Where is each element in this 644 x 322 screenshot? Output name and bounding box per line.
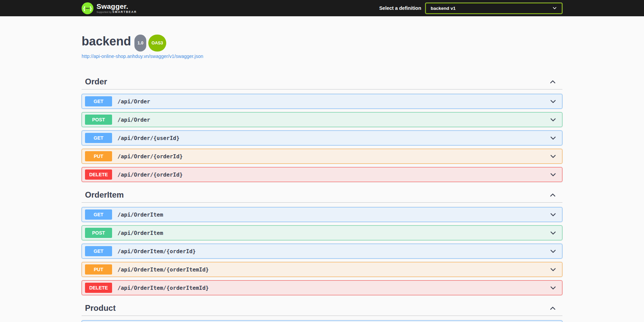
operations-list: GET /api/OrderItem POST /api/OrderItem G… — [82, 203, 562, 295]
collapse-section-button[interactable] — [549, 192, 556, 199]
tag-section-header[interactable]: Order — [82, 74, 562, 89]
method-badge: POST — [85, 115, 112, 125]
chevron-down-icon — [550, 229, 557, 237]
operation-row[interactable]: GET /api/Order/{userId} — [82, 130, 562, 145]
smartbear-text: SMARTBEAR — [112, 10, 137, 14]
operation-path: /api/OrderItem/{orderItemId} — [117, 266, 209, 273]
chevron-down-icon — [550, 153, 557, 160]
operation-path: /api/OrderItem — [117, 212, 163, 218]
collapse-section-button[interactable] — [549, 305, 556, 312]
chevron-down-icon — [550, 116, 557, 123]
definition-select[interactable]: backend v1 — [425, 3, 562, 14]
expand-operation-button[interactable] — [550, 116, 557, 123]
select-definition-label: Select a definition — [379, 5, 421, 11]
operation-row[interactable]: POST /api/Order — [82, 112, 562, 127]
chevron-down-icon — [550, 171, 557, 178]
expand-operation-button[interactable] — [550, 248, 557, 255]
method-badge: DELETE — [85, 283, 112, 293]
chevron-up-icon — [549, 192, 556, 199]
expand-operation-button[interactable] — [550, 284, 557, 291]
method-badge: POST — [85, 228, 112, 238]
logo-text: Swagger. Supported by SMARTBEAR — [96, 2, 137, 14]
chevron-down-icon — [552, 6, 557, 11]
tag-section-header[interactable]: OrderItem — [82, 187, 562, 203]
api-title: backend1.0OAS3 — [82, 34, 562, 51]
expand-operation-button[interactable] — [550, 211, 557, 218]
tag-section-header[interactable]: Product — [82, 301, 562, 316]
operation-row[interactable]: POST /api/OrderItem — [82, 225, 562, 240]
api-title-text: backend — [82, 34, 131, 48]
chevron-down-icon — [550, 266, 557, 273]
chevron-up-icon — [549, 78, 556, 85]
operation-path: /api/OrderItem/{orderId} — [117, 248, 196, 255]
tag-sections: Order GET /api/Order POST /api/Order GET… — [82, 74, 562, 322]
supported-by-text: Supported by — [96, 11, 112, 14]
selected-definition-value: backend v1 — [431, 6, 456, 11]
operation-path: /api/Order — [117, 117, 150, 123]
operations-list: GET /api/Order POST /api/Order GET /api/… — [82, 89, 562, 182]
operation-row[interactable]: GET /api/Order — [82, 94, 562, 109]
expand-operation-button[interactable] — [550, 153, 557, 160]
method-badge: GET — [85, 96, 112, 106]
operation-path: /api/OrderItem — [117, 230, 163, 236]
tag-title: Order — [85, 77, 107, 86]
chevron-down-icon — [550, 284, 557, 291]
method-badge: PUT — [85, 151, 112, 161]
version-badge: 1.0 — [134, 35, 146, 52]
tag-title: OrderItem — [85, 190, 124, 200]
swagger-logo-link[interactable]: {•••} Swagger. Supported by SMARTBEAR — [82, 2, 137, 14]
expand-operation-button[interactable] — [550, 135, 557, 142]
expand-operation-button[interactable] — [550, 229, 557, 237]
expand-operation-button[interactable] — [550, 266, 557, 273]
expand-operation-button[interactable] — [550, 171, 557, 178]
operation-row[interactable]: DELETE /api/Order/{orderId} — [82, 167, 562, 182]
main-content: backend1.0OAS3 http://api-online-shop.an… — [0, 16, 644, 322]
operation-path: /api/Order/{orderId} — [117, 153, 183, 160]
api-info: backend1.0OAS3 http://api-online-shop.an… — [82, 16, 562, 59]
topbar: {•••} Swagger. Supported by SMARTBEAR Se… — [0, 0, 644, 16]
tag-section: Product GET — [82, 301, 562, 322]
logo-subtitle: Supported by SMARTBEAR — [96, 11, 137, 14]
swagger-logo-icon: {•••} — [82, 2, 93, 14]
operation-row[interactable]: GET — [82, 320, 562, 322]
spec-url-link[interactable]: http://api-online-shop.anhduy.vn/swagger… — [82, 54, 203, 59]
tag-title: Product — [85, 303, 116, 313]
method-badge: GET — [85, 133, 112, 143]
operation-path: /api/Order/{userId} — [117, 135, 179, 141]
expand-operation-button[interactable] — [550, 98, 557, 105]
oas3-badge: OAS3 — [148, 35, 166, 52]
chevron-down-icon — [550, 248, 557, 255]
method-badge: GET — [85, 209, 112, 220]
operation-path: /api/Order/{orderId} — [117, 172, 183, 178]
method-badge: GET — [85, 246, 112, 256]
swagger-ui-page: {•••} Swagger. Supported by SMARTBEAR Se… — [0, 0, 644, 322]
operation-row[interactable]: DELETE /api/OrderItem/{orderItemId} — [82, 280, 562, 295]
tag-section: Order GET /api/Order POST /api/Order GET… — [82, 74, 562, 182]
operation-row[interactable]: GET /api/OrderItem — [82, 207, 562, 222]
collapse-section-button[interactable] — [549, 78, 556, 85]
logo-title: Swagger. — [96, 2, 137, 10]
operation-path: /api/Order — [117, 98, 150, 105]
operation-row[interactable]: PUT /api/OrderItem/{orderItemId} — [82, 262, 562, 277]
operations-list: GET — [82, 316, 562, 322]
tag-section: OrderItem GET /api/OrderItem POST /api/O… — [82, 187, 562, 295]
chevron-down-icon — [550, 211, 557, 218]
operation-row[interactable]: PUT /api/Order/{orderId} — [82, 149, 562, 164]
operation-row[interactable]: GET /api/OrderItem/{orderId} — [82, 244, 562, 259]
method-badge: DELETE — [85, 169, 112, 180]
method-badge: PUT — [85, 264, 112, 275]
operation-path: /api/OrderItem/{orderItemId} — [117, 285, 209, 291]
chevron-up-icon — [549, 305, 556, 312]
definition-select-group: Select a definition backend v1 — [379, 3, 562, 14]
chevron-down-icon — [550, 135, 557, 142]
topbar-inner: {•••} Swagger. Supported by SMARTBEAR Se… — [75, 0, 569, 16]
chevron-down-icon — [550, 98, 557, 105]
